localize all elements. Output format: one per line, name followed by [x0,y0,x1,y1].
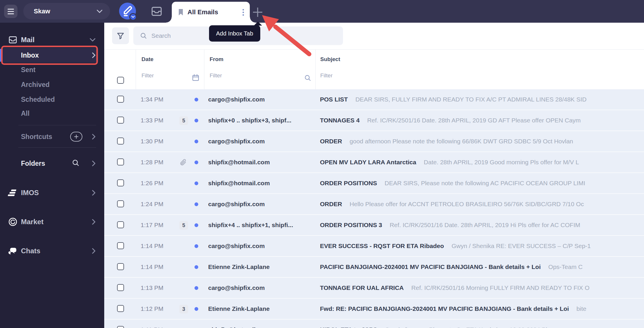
email-time: 1:34 PM [141,89,163,110]
sidebar-item-mail[interactable]: Mail [0,33,104,47]
email-row[interactable]: 1:12 PM 3 Etienne Zink-Laplane Fwd: RE: … [104,299,644,320]
email-preview: DEAR SIRS, Please note the following AC … [385,180,585,187]
row-checkbox[interactable] [117,138,124,145]
sidebar-item-archived[interactable]: Archived [0,77,104,92]
sidebar-item-scheduled[interactable]: Scheduled [0,92,104,107]
email-subject: Fwd: RE: PACIFIC BANJGIANG-2024001 MV PA… [320,305,569,312]
chevron-down-icon [97,10,102,13]
row-checkbox[interactable] [117,284,124,291]
divider [18,147,96,148]
email-sender: cargo@shipfix.com [208,194,318,214]
chevron-right-icon [92,190,95,196]
calendar-icon[interactable] [192,74,200,82]
add-tab-button[interactable] [252,7,263,18]
email-preview: DEAR SIRS, FULLY FIRM AND READY TO FIX A… [355,96,587,103]
row-checkbox[interactable] [117,242,124,249]
email-preview: Ref. IC/RK/2501/16 Morning FULLY FIRM AN… [411,284,590,291]
sidebar-item-folders[interactable]: Folders [0,156,104,171]
email-row[interactable]: 1:34 PM cargo@shipfix.com POS LIST DEAR … [104,89,644,110]
email-subject-cell: EVER SUCCESS - RQST FOR ETA Ribadeo Gwyn… [320,236,644,256]
email-preview: Date. 28th APRIL, 2019 Good morning Pls … [424,159,579,166]
email-sender: shipfix@hotmail.co [208,320,318,328]
menu-hamburger-button[interactable] [4,5,17,18]
compose-avatar-button[interactable] [119,3,136,19]
email-sender: shipfix+4 .. shipfix+1, shipfi... [208,215,318,235]
email-subject-cell: POS LIST DEAR SIRS, FULLY FIRM AND READY… [320,89,644,110]
search-folders-icon[interactable] [72,159,80,168]
row-checkbox[interactable] [117,200,124,207]
from-filter-input[interactable] [210,72,297,79]
email-row[interactable]: 1:28 PM shipfix@hotmail.com OPEN MV LADY… [104,152,644,173]
email-sender: cargo@shipfix.com [208,89,318,110]
top-navbar: Skaw All Emails [0,0,644,23]
thread-count-badge: 5 [179,221,188,230]
email-row[interactable]: 1:24 PM cargo@shipfix.com ORDER Hello Pl… [104,194,644,215]
plus-icon [252,7,263,17]
column-header-date: Date [141,56,153,63]
email-row[interactable]: 1:17 PM 5 shipfix+4 .. shipfix+1, shipfi… [104,215,644,236]
email-rows: 1:34 PM cargo@shipfix.com POS LIST DEAR … [104,89,644,328]
tooltip-caret [254,22,262,26]
row-checkbox[interactable] [117,96,124,103]
email-row[interactable]: 1:14 PM Etienne Zink-Laplane PACIFIC BAN… [104,257,644,278]
sidebar-item-inbox[interactable]: Inbox [0,48,104,63]
select-all-checkbox[interactable] [117,77,124,84]
unread-dot [194,181,198,185]
sidebar-item-chats[interactable]: Chats [0,244,104,258]
unread-dot [194,244,198,248]
sidebar-item-label: IMOS [21,189,39,197]
email-list-panel: Date From Subject 1:34 PM cargo@shipfix.… [104,23,644,328]
email-time: 1:24 PM [141,194,163,214]
search-icon [304,74,312,82]
email-sender: shipfix+0 .. shipfix+3, shipf... [208,110,318,131]
filter-button[interactable] [112,27,129,44]
email-time: 1:13 PM [141,278,163,298]
date-filter-input[interactable] [141,72,185,79]
email-row[interactable]: 1:30 PM cargo@shipfix.com ORDER good aft… [104,131,644,152]
email-row[interactable]: 1:26 PM shipfix@hotmail.com ORDER POSITI… [104,173,644,194]
column-header-subject: Subject [320,56,340,63]
funnel-icon [116,31,125,40]
email-subject: PACIFIC BANJGIANG-2024001 MV PACIFIC BAN… [320,263,541,270]
email-subject: TONNAGE FOR UAL AFRICA [320,284,404,291]
email-sender: Etienne Zink-Laplane [208,299,318,319]
email-subject-cell: HIROL ETA to JCPS Good afternoon Pls quo… [320,320,644,328]
email-row[interactable]: 1:14 PM cargo@shipfix.com EVER SUCCESS -… [104,236,644,257]
avatar-dropdown-badge[interactable] [129,13,137,21]
row-checkbox[interactable] [117,117,124,124]
row-checkbox[interactable] [117,263,124,270]
email-subject: ORDER [320,138,342,145]
workspace-selector[interactable]: Skaw [23,3,110,19]
email-preview: bite [576,305,586,312]
column-divider [204,50,204,90]
email-row[interactable]: 1:13 PM cargo@shipfix.com TONNAGE FOR UA… [104,278,644,299]
chevron-right-icon [92,134,95,140]
row-checkbox[interactable] [117,221,124,228]
sidebar-item-shortcuts[interactable]: Shortcuts [0,129,104,144]
email-row[interactable]: 1:11 PM shipfix@hotmail.co HIROL ETA to … [104,320,644,328]
subject-filter-input[interactable] [320,72,384,79]
sidebar-item-label: Market [21,218,43,226]
email-subject-cell: ORDER Hello Please offer for ACCNT PETRO… [320,194,644,214]
email-subject-cell: PACIFIC BANJGIANG-2024001 MV PACIFIC BAN… [320,257,644,277]
inbox-tray-icon[interactable] [150,5,163,18]
sidebar-item-all[interactable]: All [0,106,104,121]
row-checkbox[interactable] [117,179,124,186]
paperclip-icon [179,159,187,167]
sidebar-item-imos[interactable]: IMOS [0,186,104,200]
sidebar-item-market[interactable]: Market [0,215,104,229]
unread-dot [194,307,198,311]
plus-icon [74,134,79,139]
email-time: 1:30 PM [141,131,163,151]
email-subject-cell: Fwd: RE: PACIFIC BANJGIANG-2024001 MV PA… [320,299,644,319]
tab-all-emails[interactable]: All Emails [172,2,250,23]
sidebar-item-sent[interactable]: Sent [0,63,104,77]
email-preview: Ops-Team C [548,263,583,270]
row-checkbox[interactable] [117,326,124,328]
row-checkbox[interactable] [117,158,124,165]
email-row[interactable]: 1:33 PM 5 shipfix+0 .. shipfix+3, shipf.… [104,110,644,131]
add-shortcut-button[interactable] [70,132,82,142]
email-sender: shipfix@hotmail.com [208,152,318,172]
row-checkbox[interactable] [117,305,124,312]
tab-options-icon[interactable] [243,9,244,16]
